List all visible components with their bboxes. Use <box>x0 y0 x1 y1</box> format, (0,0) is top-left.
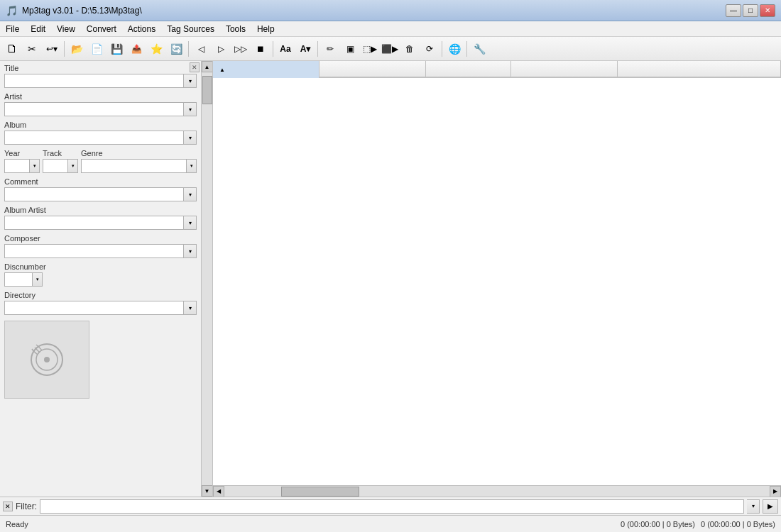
left-panel-close-button[interactable]: ✕ <box>190 62 200 72</box>
maximize-button[interactable]: □ <box>743 4 758 17</box>
status-count2: 0 (00:00:00 | 0 Bytes) <box>701 520 775 528</box>
year-input[interactable] <box>4 159 30 173</box>
discnumber-field-group: Discnumber ▾ <box>0 260 201 288</box>
toolbar-favorite-button[interactable]: ⭐ <box>147 40 165 58</box>
toolbar-open-folder-button[interactable]: 📂 <box>67 40 86 58</box>
titlebar-title: Mp3tag v3.01 - D:\5.13\Mp3tag\ <box>22 6 142 16</box>
toolbar-next-button[interactable]: ▷▷ <box>231 40 250 58</box>
track-input[interactable] <box>43 159 68 173</box>
toolbar-settings-button[interactable]: 🔧 <box>470 40 488 58</box>
toolbar-web-button[interactable]: 🌐 <box>445 40 464 58</box>
toolbar-renumber-button[interactable]: ⟳ <box>420 40 439 58</box>
discnumber-input[interactable] <box>4 272 33 287</box>
h-scrollbar: ◀ ▶ <box>213 485 781 497</box>
toolbar-sep4 <box>317 41 318 57</box>
scroll-up-button[interactable]: ▲ <box>202 61 213 72</box>
comment-dropdown-btn[interactable]: ▾ <box>184 187 197 201</box>
artist-input[interactable] <box>4 102 184 116</box>
menu-tools[interactable]: Tools <box>220 21 251 37</box>
col-header-path[interactable] <box>320 61 426 78</box>
directory-input[interactable] <box>4 301 184 315</box>
menubar: File Edit View Convert Actions Tag Sourc… <box>0 21 781 37</box>
album-artist-field-group: Album Artist ▾ <box>0 203 201 231</box>
artist-input-wrap: ▾ <box>4 102 197 116</box>
col-header-filename[interactable]: ▲ <box>213 61 320 78</box>
album-art-container <box>4 321 89 399</box>
toolbar-aa-button[interactable]: Aa <box>276 40 295 58</box>
toolbar-undo-button[interactable]: ↩▾ <box>43 40 61 58</box>
filter-close-button[interactable]: ✕ <box>3 501 13 511</box>
discnumber-dropdown-btn[interactable]: ▾ <box>33 272 43 287</box>
toolbar-stop-button[interactable]: ⏹ <box>251 40 270 58</box>
genre-input[interactable] <box>81 159 187 173</box>
toolbar-export-button[interactable]: 📤 <box>127 40 146 58</box>
toolbar-sep3 <box>273 41 273 57</box>
minimize-button[interactable]: — <box>726 4 741 17</box>
app-icon: 🎵 <box>6 5 18 16</box>
scroll-thumb[interactable] <box>202 76 212 104</box>
filter-input[interactable] <box>40 499 744 514</box>
col-header-artist[interactable] <box>618 61 781 78</box>
filter-go-button[interactable]: ▶ <box>763 499 778 514</box>
toolbar-play-button[interactable]: ▷ <box>212 40 230 58</box>
col-header-tag[interactable] <box>426 61 511 78</box>
year-item: Year ▾ <box>4 149 40 173</box>
year-track-genre-row: Year ▾ Track ▾ Genre <box>0 146 201 174</box>
toolbar-sep6 <box>466 41 467 57</box>
discnumber-input-wrap: ▾ <box>4 272 197 287</box>
h-scroll-left-btn[interactable]: ◀ <box>213 486 224 497</box>
title-input-wrap: ▾ <box>4 74 197 88</box>
toolbar-sep5 <box>442 41 442 57</box>
toolbar-edit-button[interactable]: ✏ <box>321 40 339 58</box>
h-scroll-thumb[interactable] <box>281 487 359 497</box>
menu-convert[interactable]: Convert <box>81 21 122 37</box>
album-artist-input[interactable] <box>4 216 184 230</box>
status-count1: 0 (00:00:00 | 0 Bytes) <box>621 520 695 528</box>
composer-dropdown-btn[interactable]: ▾ <box>184 244 197 258</box>
composer-input-wrap: ▾ <box>4 244 197 258</box>
album-label: Album <box>4 121 197 129</box>
track-label: Track <box>43 149 78 157</box>
directory-dropdown-btn[interactable]: ▾ <box>184 301 197 315</box>
composer-input[interactable] <box>4 244 184 258</box>
filter-dropdown-button[interactable]: ▾ <box>747 499 760 514</box>
menu-tag-sources[interactable]: Tag Sources <box>161 21 220 37</box>
titlebar: 🎵 Mp3tag v3.01 - D:\5.13\Mp3tag\ — □ ✕ <box>0 0 781 21</box>
genre-dropdown-btn[interactable]: ▾ <box>187 159 197 173</box>
toolbar-edit2-button[interactable]: ▣ <box>341 40 359 58</box>
comment-input-wrap: ▾ <box>4 187 197 201</box>
toolbar-font-button[interactable]: A▾ <box>296 40 315 58</box>
album-artist-dropdown-btn[interactable]: ▾ <box>184 216 197 230</box>
album-input[interactable] <box>4 131 184 145</box>
toolbar-refresh-button[interactable]: 🔄 <box>167 40 185 58</box>
toolbar-prev-button[interactable]: ◁ <box>192 40 210 58</box>
col-header-title[interactable] <box>511 61 618 78</box>
track-dropdown-btn[interactable]: ▾ <box>68 159 78 173</box>
toolbar-cut-button[interactable]: ✂ <box>23 40 41 58</box>
menu-help[interactable]: Help <box>251 21 280 37</box>
toolbar-new-button[interactable]: 🗋 <box>3 40 21 58</box>
toolbar-tag-button[interactable]: ⬛▶ <box>381 40 399 58</box>
menu-actions[interactable]: Actions <box>122 21 161 37</box>
menu-view[interactable]: View <box>51 21 81 37</box>
track-input-wrap: ▾ <box>43 159 78 173</box>
sort-arrow-icon: ▲ <box>219 67 225 73</box>
comment-input[interactable] <box>4 187 184 201</box>
toolbar-open-file-button[interactable]: 📄 <box>87 40 106 58</box>
album-dropdown-btn[interactable]: ▾ <box>184 131 197 145</box>
title-input[interactable] <box>4 74 184 88</box>
scroll-down-button[interactable]: ▼ <box>202 485 213 497</box>
album-artist-input-wrap: ▾ <box>4 216 197 230</box>
title-field-group: Title ▾ <box>0 61 201 89</box>
file-table-body <box>213 78 781 485</box>
artist-dropdown-btn[interactable]: ▾ <box>184 102 197 116</box>
toolbar-copy-button[interactable]: ⬚▶ <box>361 40 379 58</box>
menu-edit[interactable]: Edit <box>25 21 51 37</box>
h-scroll-right-btn[interactable]: ▶ <box>770 486 781 497</box>
close-button[interactable]: ✕ <box>760 4 775 17</box>
title-dropdown-btn[interactable]: ▾ <box>184 74 197 88</box>
toolbar-remove-button[interactable]: 🗑 <box>400 40 419 58</box>
toolbar-save-button[interactable]: 💾 <box>107 40 126 58</box>
year-dropdown-btn[interactable]: ▾ <box>30 159 40 173</box>
menu-file[interactable]: File <box>0 21 25 37</box>
